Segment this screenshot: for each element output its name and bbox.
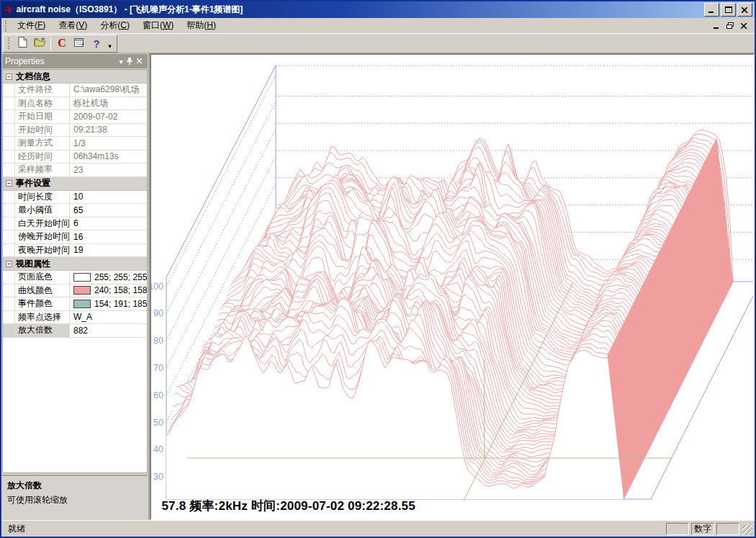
resize-grip[interactable]: [742, 525, 752, 535]
property-value[interactable]: 23: [70, 165, 147, 175]
row-gutter: [3, 110, 15, 123]
property-value[interactable]: 栎社机场: [70, 97, 147, 109]
property-row[interactable]: 时间长度10: [3, 191, 147, 205]
status-cell-3: [716, 523, 739, 535]
property-row[interactable]: 放大倍数882: [3, 324, 147, 338]
property-row[interactable]: 频率点选择W_A: [3, 311, 147, 325]
close-button[interactable]: [737, 3, 752, 17]
calibrate-button[interactable]: C: [53, 35, 71, 51]
property-value-text: 09:21:38: [73, 125, 107, 135]
property-label: 事件颜色: [15, 297, 70, 310]
property-description-box: 放大倍数 可使用滚轮缩放: [2, 475, 148, 519]
property-row[interactable]: 夜晚开始时间19: [3, 244, 147, 258]
property-row[interactable]: 经历时间06h34m13s: [3, 151, 147, 164]
property-value[interactable]: 19: [70, 245, 147, 255]
color-swatch[interactable]: [73, 300, 91, 308]
property-value-text: 6: [73, 218, 78, 228]
property-row[interactable]: 曲线颜色240; 158; 158: [3, 284, 147, 298]
property-description-title: 放大倍数: [7, 480, 143, 492]
folder-icon: [34, 37, 46, 49]
property-row[interactable]: 最小阈值65: [3, 204, 147, 218]
property-row[interactable]: 白天开始时间6: [3, 218, 147, 231]
property-section-header[interactable]: −视图属性: [3, 257, 147, 271]
spectrum-chart-pane[interactable]: 10090807060504030 57.8 频率:2kHz 时间:2009-0…: [150, 53, 755, 520]
menu-item-C[interactable]: 分析(C): [94, 18, 136, 32]
menu-item-V[interactable]: 查看(V): [52, 18, 94, 32]
menu-item-F[interactable]: 文件(F): [11, 18, 52, 32]
property-value[interactable]: 10: [70, 192, 147, 202]
collapse-icon[interactable]: −: [6, 180, 12, 187]
property-value[interactable]: W_A: [70, 312, 147, 322]
property-row[interactable]: 测点名称栎社机场: [3, 97, 147, 111]
status-cell-num: 数字: [691, 523, 714, 535]
new-document-button[interactable]: [14, 35, 31, 51]
mdi-minimize-button[interactable]: [714, 23, 719, 29]
properties-button[interactable]: [71, 35, 88, 51]
property-value[interactable]: 240; 158; 158: [70, 285, 147, 295]
mdi-close-button[interactable]: [741, 23, 747, 29]
property-label: 白天开始时间: [15, 218, 70, 230]
property-value[interactable]: 16: [70, 232, 147, 242]
panel-close-icon[interactable]: [135, 58, 145, 64]
row-gutter: [3, 271, 15, 284]
menu-item-H[interactable]: 帮助(H): [180, 18, 222, 32]
color-swatch[interactable]: [73, 286, 91, 295]
property-label: 夜晚开始时间: [15, 244, 70, 257]
collapse-icon[interactable]: −: [6, 73, 12, 80]
property-value-text: W_A: [73, 312, 92, 322]
property-row[interactable]: 开始时间09:21:38: [3, 124, 147, 138]
properties-panel: Properties ▾ −文档信息文件路径C:\awa6298\机场测点名称栎…: [1, 53, 150, 520]
property-row[interactable]: 采样频率23: [3, 163, 147, 177]
row-gutter: [3, 244, 15, 257]
property-value[interactable]: 65: [70, 205, 147, 215]
property-value[interactable]: 255; 255; 255: [70, 272, 147, 282]
property-value[interactable]: 154; 191; 185: [70, 299, 147, 309]
property-row[interactable]: 文件路径C:\awa6298\机场: [3, 84, 147, 97]
mdi-restore-button[interactable]: [726, 22, 734, 29]
property-value[interactable]: 1/3: [70, 138, 147, 148]
toolbar-grip-handle[interactable]: [8, 37, 12, 49]
pin-icon[interactable]: [125, 58, 135, 65]
property-row[interactable]: 页面底色255; 255; 255: [3, 271, 147, 284]
property-value[interactable]: 06h34m13s: [70, 151, 147, 161]
panel-menu-arrow-icon[interactable]: ▾: [117, 58, 125, 66]
maximize-button[interactable]: [721, 3, 736, 17]
property-row[interactable]: 事件颜色154; 191; 185: [3, 297, 147, 311]
property-value-text: 154; 191; 185: [94, 299, 147, 309]
y-axis-tick-label: 90: [154, 308, 164, 318]
section-header-label: 文档信息: [16, 71, 50, 83]
toolbar: C? ▾: [1, 34, 755, 53]
property-row[interactable]: 测量方式1/3: [3, 137, 147, 151]
property-value[interactable]: 09:21:38: [70, 125, 147, 135]
property-value-text: C:\awa6298\机场: [73, 84, 139, 96]
open-file-button[interactable]: [31, 35, 48, 51]
app-window: ✈ aircraft noise（ISO3891） - [飞机噪声分析1-事件1…: [0, 0, 756, 538]
property-value[interactable]: 6: [70, 218, 147, 228]
minimize-button[interactable]: [704, 3, 719, 17]
row-gutter: [3, 218, 15, 230]
titlebar: ✈ aircraft noise（ISO3891） - [飞机噪声分析1-事件1…: [1, 1, 755, 18]
menu-item-W[interactable]: 窗口(W): [136, 18, 180, 32]
property-section-header[interactable]: −事件设置: [3, 177, 147, 191]
row-gutter: [3, 297, 15, 310]
color-swatch[interactable]: [73, 273, 91, 282]
property-value-text: 19: [73, 245, 83, 255]
waterfall-chart-canvas[interactable]: 10090807060504030: [151, 55, 753, 519]
property-label: 测点名称: [15, 97, 70, 110]
collapse-icon[interactable]: −: [6, 261, 12, 267]
toolbar-separator: [50, 37, 51, 50]
property-row[interactable]: 傍晚开始时间16: [3, 230, 147, 244]
property-value-text: 10: [73, 192, 83, 202]
toolbar-overflow-button[interactable]: ▾: [105, 35, 114, 51]
property-row[interactable]: 开始日期2009-07-02: [3, 110, 147, 124]
property-value[interactable]: 882: [70, 326, 147, 336]
property-label: 文件路径: [15, 84, 70, 97]
property-value-text: 65: [73, 205, 83, 215]
property-value[interactable]: 2009-07-02: [70, 112, 147, 122]
property-section-header[interactable]: −文档信息: [3, 70, 147, 84]
property-value-text: 2009-07-02: [73, 112, 117, 122]
property-value[interactable]: C:\awa6298\机场: [70, 84, 147, 96]
property-value-text: 882: [73, 326, 88, 336]
help-button[interactable]: ?: [88, 35, 105, 51]
menubar-grip-handle[interactable]: [5, 20, 9, 32]
